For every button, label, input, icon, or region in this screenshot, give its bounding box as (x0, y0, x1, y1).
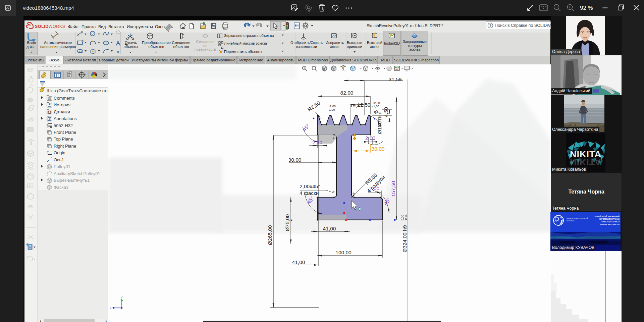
svg-text:АГРОТЕХНОЛОГІЧНИЙ: АГРОТЕХНОЛОГІЧНИЙ (599, 218, 620, 220)
svg-text:2,00: 2,00 (369, 185, 380, 191)
svg-text:2,00: 2,00 (312, 140, 323, 145)
svg-text:Front Plane: Front Plane (54, 130, 76, 135)
svg-text:Origin: Origin (54, 150, 65, 155)
svg-text:100,00: 100,00 (335, 250, 352, 255)
svg-text:41,00: 41,00 (323, 226, 336, 231)
svg-text:Annotations: Annotations (54, 116, 77, 121)
svg-text:Right Plane: Right Plane (54, 144, 76, 149)
svg-text:Ось1: Ось1 (54, 157, 64, 162)
svg-text:Pulley01: Pulley01 (54, 164, 70, 169)
svg-text:-1,00: -1,00 (372, 105, 379, 108)
svg-text:УНІВЕРСИТЕТ ІМЕНІ: УНІВЕРСИТЕТ ІМЕНІ (601, 221, 620, 223)
svg-text:30,00: 30,00 (288, 157, 302, 163)
svg-text:2,00x45°: 2,00x45° (300, 183, 320, 189)
svg-text:0,00: 0,00 (401, 215, 404, 220)
svg-text:30,00: 30,00 (372, 146, 385, 152)
svg-text:+2,00: +2,00 (328, 105, 336, 108)
svg-text:Ø265,00: Ø265,00 (267, 225, 273, 245)
svg-text:Z: Z (110, 306, 112, 310)
svg-text:2,00: 2,00 (365, 135, 376, 141)
svg-text:NIKITA: NIKITA (570, 157, 601, 167)
svg-text:ФАКУЛЬТЕТ: ФАКУЛЬТЕТ (567, 220, 575, 222)
svg-text:A: A (48, 118, 51, 121)
svg-text:Вырез-Вытянуть1: Вырез-Вытянуть1 (54, 178, 90, 183)
svg-text:-0,14: -0,14 (404, 214, 408, 221)
svg-text:История: История (54, 102, 70, 107)
svg-text:12,50: 12,50 (358, 102, 371, 108)
svg-text:Comments: Comments (54, 96, 75, 101)
svg-text:Top Plane: Top Plane (54, 137, 73, 142)
svg-text:41,00: 41,00 (292, 259, 305, 265)
svg-text:4,50: 4,50 (383, 107, 389, 117)
svg-text:Фаска1: Фаска1 (54, 185, 68, 190)
svg-text:-1,00: -1,00 (328, 108, 335, 111)
svg-text:+2,00: +2,00 (372, 101, 380, 105)
svg-text:Ø75,00: Ø75,00 (284, 214, 290, 231)
svg-text:AuxiliarySketchPulley01: AuxiliarySketchPulley01 (54, 171, 100, 176)
svg-text:ТАВРІЙСЬКИЙ ДЕРЖАВНИЙ: ТАВРІЙСЬКИЙ ДЕРЖАВНИЙ (594, 215, 620, 217)
svg-text:5052-H32: 5052-H32 (54, 123, 73, 128)
svg-text:МЕХАНІКО-ТЕХНОЛОГІЧНИЙ: МЕХАНІКО-ТЕХНОЛОГІЧНИЙ (567, 217, 588, 219)
svg-text:Y: Y (121, 296, 123, 299)
svg-text:Шків (GearTrax<Состояние отоб: Шків (GearTrax<Состояние отображ (47, 88, 108, 93)
svg-text:ДМИТРА МОТОРНОГО: ДМИТРА МОТОРНОГО (600, 223, 620, 225)
svg-text:82,00: 82,00 (340, 90, 354, 96)
svg-text:157,50: 157,50 (390, 181, 396, 197)
svg-text:Ø324,00 h9: Ø324,00 h9 (402, 225, 408, 252)
svg-text:Ø180 min: Ø180 min (377, 111, 382, 134)
svg-text:31,59: 31,59 (389, 76, 402, 82)
svg-text:Датчики: Датчики (54, 109, 70, 114)
svg-text:4 фаски: 4 фаски (300, 190, 319, 196)
